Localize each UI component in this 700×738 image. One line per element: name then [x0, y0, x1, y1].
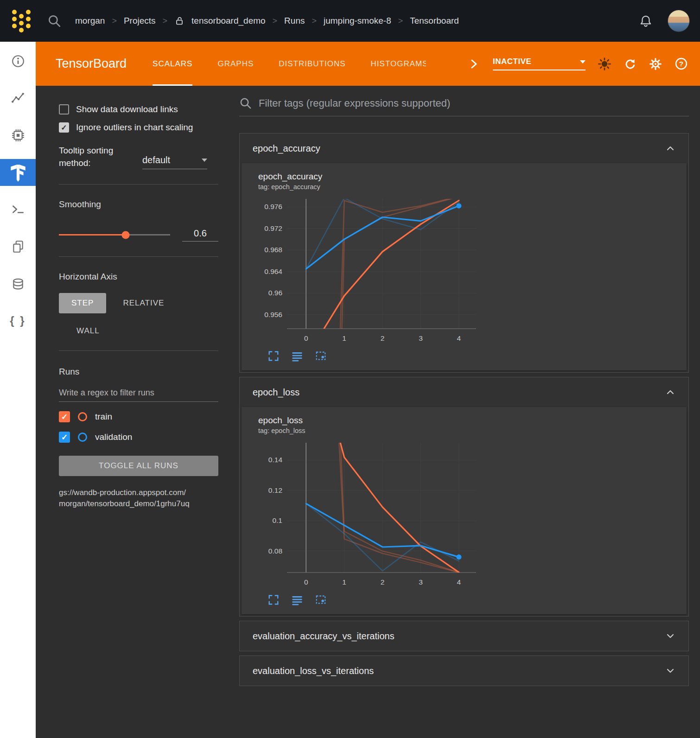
axis-step-button[interactable]: STEP: [59, 293, 106, 313]
epoch-loss-chart[interactable]: 0.080.10.120.1401234: [258, 437, 481, 592]
toggle-all-runs-button[interactable]: TOGGLE ALL RUNS: [59, 456, 218, 476]
chevron-down-icon: [580, 60, 585, 64]
avatar[interactable]: [668, 10, 690, 32]
search-icon: [239, 97, 252, 109]
breadcrumb-project[interactable]: tensorboard_demo: [191, 16, 266, 26]
run-train-label: train: [95, 412, 112, 422]
breadcrumb-runs[interactable]: Runs: [284, 16, 305, 26]
tab-graphs[interactable]: GRAPHS: [217, 42, 254, 86]
fit-domain-icon[interactable]: [315, 350, 327, 362]
section-title: epoch_loss: [253, 387, 299, 398]
run-train-checkbox[interactable]: ✓: [59, 411, 70, 422]
smoothing-slider-fill: [59, 234, 126, 235]
run-validation-checkbox[interactable]: ✓: [59, 432, 70, 443]
svg-text:0.1: 0.1: [272, 516, 282, 524]
svg-text:0.08: 0.08: [268, 547, 282, 555]
tab-distributions[interactable]: DISTRIBUTIONS: [279, 42, 345, 86]
tabs-overflow-chevron-icon[interactable]: [467, 57, 480, 70]
smoothing-value-input[interactable]: 0.6: [182, 228, 218, 242]
section-title: epoch_accuracy: [253, 143, 320, 154]
chart-tag: tag: epoch_accuracy: [258, 183, 677, 191]
svg-text:?: ?: [679, 60, 683, 68]
svg-text:0.956: 0.956: [264, 311, 282, 318]
tab-histograms[interactable]: HISTOGRAMS: [371, 42, 426, 86]
status-dropdown[interactable]: INACTIVE: [493, 57, 585, 70]
run-row-train[interactable]: ✓ train: [59, 411, 218, 422]
svg-text:0.96: 0.96: [268, 289, 282, 297]
rail-item-files[interactable]: [0, 228, 36, 265]
help-icon[interactable]: ?: [675, 57, 688, 70]
breadcrumb-separator: >: [312, 16, 317, 26]
tensorboard-sidebar: Show data download links ✓ Ignore outlie…: [36, 86, 239, 738]
tensorboard-tabs: SCALARS GRAPHS DISTRIBUTIONS HISTOGRAMS: [153, 42, 426, 86]
theme-icon[interactable]: [598, 57, 611, 70]
expand-chart-icon[interactable]: [267, 350, 280, 362]
chevron-down-icon: [202, 159, 207, 162]
runs-filter-input[interactable]: [59, 384, 218, 402]
smoothing-slider-thumb[interactable]: [122, 231, 130, 239]
show-download-links-checkbox-row[interactable]: Show data download links: [59, 104, 218, 115]
chevron-up-icon: [664, 142, 676, 154]
section-title: evaluation_loss_vs_iterations: [253, 666, 374, 676]
rail-item-tensorboard[interactable]: [0, 159, 36, 186]
status-dropdown-value: INACTIVE: [493, 57, 531, 66]
rail-item-artifacts[interactable]: [0, 265, 36, 302]
chip-icon: [11, 128, 25, 142]
refresh-icon[interactable]: [624, 57, 636, 70]
ignore-outliers-label: Ignore outliers in chart scaling: [76, 122, 193, 133]
gear-icon[interactable]: [649, 57, 662, 70]
breadcrumb-separator: >: [273, 16, 278, 26]
svg-text:0.14: 0.14: [268, 456, 283, 464]
section-epoch-loss-header[interactable]: epoch_loss: [240, 377, 688, 407]
wandb-logo-icon[interactable]: [12, 10, 31, 32]
chevron-down-icon: [664, 630, 676, 642]
ignore-outliers-checkbox[interactable]: ✓: [59, 122, 69, 133]
axis-relative-button[interactable]: RELATIVE: [123, 299, 164, 308]
rail-item-overview[interactable]: [0, 43, 36, 80]
ignore-outliers-checkbox-row[interactable]: ✓ Ignore outliers in chart scaling: [59, 122, 218, 133]
show-download-links-label: Show data download links: [76, 104, 178, 115]
data-table-icon[interactable]: [291, 594, 303, 606]
database-icon: [11, 277, 25, 291]
rail-item-charts[interactable]: [0, 80, 36, 117]
section-evaluation-loss-header[interactable]: evaluation_loss_vs_iterations: [240, 656, 688, 686]
breadcrumb-tensorboard[interactable]: Tensorboard: [410, 16, 459, 26]
sidebar-divider: [59, 350, 218, 351]
show-download-links-checkbox[interactable]: [59, 104, 69, 115]
copy-icon: [11, 240, 25, 254]
tensorboard-header: TensorBoard SCALARS GRAPHS DISTRIBUTIONS…: [36, 42, 700, 86]
section-epoch-accuracy: epoch_accuracy epoch_accuracy tag: epoch…: [239, 133, 689, 373]
braces-icon: { }: [10, 314, 25, 327]
rail-item-system[interactable]: [0, 117, 36, 154]
breadcrumb-projects[interactable]: Projects: [124, 16, 156, 26]
bell-icon[interactable]: [639, 14, 653, 28]
svg-text:0: 0: [304, 578, 308, 586]
svg-text:0.972: 0.972: [264, 224, 282, 232]
smoothing-slider[interactable]: [59, 234, 170, 235]
breadcrumb-user[interactable]: morgan: [75, 16, 105, 26]
tooltip-sorting-select[interactable]: default: [142, 155, 207, 169]
run-row-validation[interactable]: ✓ validation: [59, 432, 218, 443]
svg-text:3: 3: [419, 578, 423, 586]
breadcrumb-run[interactable]: jumping-smoke-8: [324, 16, 391, 26]
breadcrumb: morgan > Projects > tensorboard_demo > R…: [75, 15, 459, 26]
epoch-loss-card: epoch_loss tag: epoch_loss 0.080.10.120.…: [242, 407, 687, 614]
epoch-accuracy-chart[interactable]: 0.9560.960.9640.9680.9720.97601234: [258, 193, 481, 348]
section-evaluation-accuracy-header[interactable]: evaluation_accuracy_vs_iterations: [240, 621, 688, 651]
rail-item-logs[interactable]: [0, 191, 36, 228]
smoothing-heading: Smoothing: [59, 199, 218, 210]
axis-wall-button[interactable]: WALL: [76, 326, 100, 336]
tab-scalars[interactable]: SCALARS: [153, 42, 192, 86]
chart-tag: tag: epoch_loss: [258, 427, 677, 434]
svg-text:0.12: 0.12: [268, 486, 282, 494]
rail-item-config[interactable]: { }: [0, 302, 36, 339]
section-epoch-loss: epoch_loss epoch_loss tag: epoch_loss 0.…: [239, 377, 689, 617]
lock-icon: [174, 15, 185, 26]
section-epoch-accuracy-header[interactable]: epoch_accuracy: [240, 134, 688, 163]
chart-title: epoch_accuracy: [258, 172, 677, 182]
expand-chart-icon[interactable]: [267, 594, 280, 606]
fit-domain-icon[interactable]: [315, 594, 327, 606]
data-table-icon[interactable]: [291, 350, 303, 362]
search-icon[interactable]: [47, 14, 61, 28]
filter-tags-input[interactable]: [259, 97, 689, 109]
